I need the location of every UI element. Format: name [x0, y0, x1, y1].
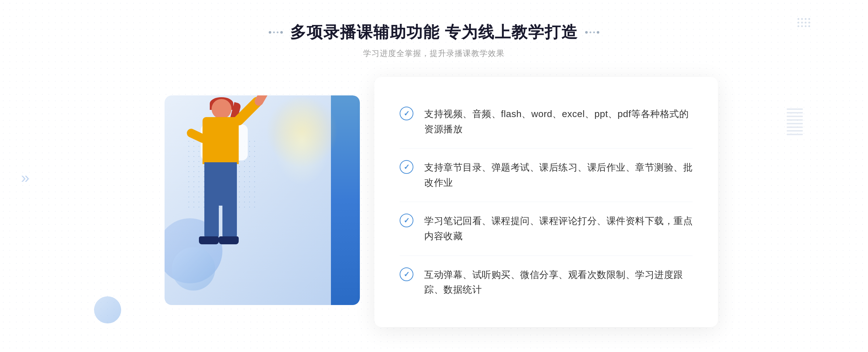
feature-text-2: 支持章节目录、弹题考试、课后练习、课后作业、章节测验、批改作业: [424, 160, 693, 190]
main-content: ✓ 支持视频、音频、flash、word、excel、ppt、pdf等各种格式的…: [145, 77, 723, 327]
illustration-section: [150, 85, 374, 319]
content-panel: ✓ 支持视频、音频、flash、word、excel、ppt、pdf等各种格式的…: [374, 77, 718, 327]
check-mark-2: ✓: [404, 163, 410, 171]
feature-item-4: ✓ 互动弹幕、试听购买、微信分享、观看次数限制、学习进度跟踪、数据统计: [400, 256, 693, 309]
page-title: 多项录播课辅助功能 专为线上教学打造: [290, 22, 578, 43]
illustration-background: [165, 95, 360, 305]
page-subtitle: 学习进度全掌握，提升录播课教学效果: [269, 48, 599, 59]
nav-arrow-left[interactable]: »: [21, 169, 29, 186]
header-section: 多项录播课辅助功能 专为线上教学打造 学习进度全掌握，提升录播课教学效果: [269, 22, 599, 59]
person-leg-left: [204, 202, 219, 238]
page-container: » 多项录播课辅助功能 专为线上教学打造 学习进度全掌握，提升录播课教学效果: [0, 0, 868, 352]
feature-text-3: 学习笔记回看、课程提问、课程评论打分、课件资料下载，重点内容收藏: [424, 214, 693, 244]
deco-circle-small: [172, 247, 215, 291]
person-leg-right: [222, 202, 237, 238]
title-dots-right: [585, 31, 599, 34]
feature-text-1: 支持视频、音频、flash、word、excel、ppt、pdf等各种格式的资源…: [424, 107, 693, 137]
person-shoe-right: [219, 236, 239, 244]
person-pants: [204, 162, 237, 206]
feature-item-1: ✓ 支持视频、音频、flash、word、excel、ppt、pdf等各种格式的…: [400, 95, 693, 149]
check-mark-4: ✓: [404, 271, 410, 278]
check-icon-3: ✓: [400, 214, 413, 227]
person-body: [203, 117, 239, 164]
feature-item-2: ✓ 支持章节目录、弹题考试、课后练习、课后作业、章节测验、批改作业: [400, 149, 693, 202]
feature-text-4: 互动弹幕、试听购买、微信分享、观看次数限制、学习进度跟踪、数据统计: [424, 267, 693, 297]
check-icon-2: ✓: [400, 160, 413, 174]
person-head: [212, 99, 231, 119]
glow-effect: [273, 95, 331, 186]
feature-item-3: ✓ 学习笔记回看、课程提问、课程评论打分、课件资料下载，重点内容收藏: [400, 202, 693, 256]
title-dots-left: [269, 31, 283, 34]
deco-circle-bottom-left: [94, 296, 121, 323]
check-icon-4: ✓: [400, 267, 413, 281]
stripes-decoration: [787, 108, 803, 135]
person-shoe-left: [199, 236, 219, 244]
check-mark-3: ✓: [404, 217, 410, 224]
title-row: 多项录播课辅助功能 专为线上教学打造: [269, 22, 599, 43]
decorative-dots-top-right: [797, 18, 810, 27]
check-mark-1: ✓: [404, 110, 410, 117]
check-icon-1: ✓: [400, 107, 413, 120]
